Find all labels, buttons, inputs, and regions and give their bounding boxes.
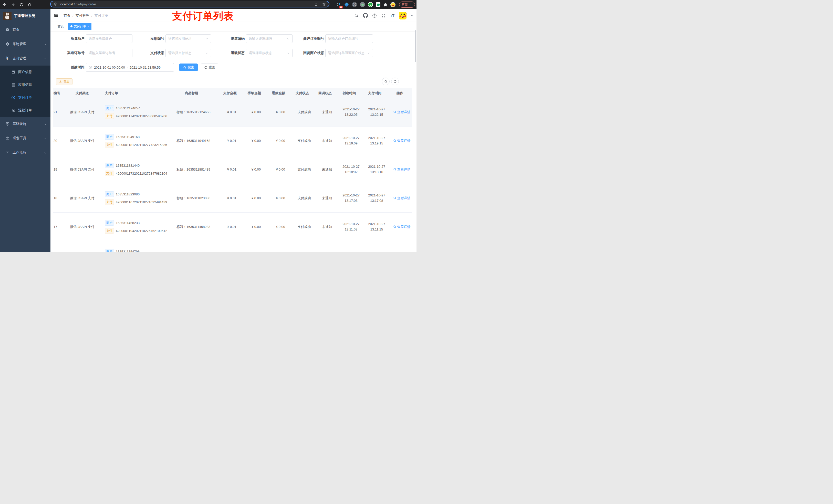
- dashboard-icon: [5, 28, 9, 32]
- merchant-select[interactable]: 请选择所属商户: [86, 34, 133, 43]
- toolbox-icon: [5, 136, 9, 140]
- chevron-down-icon: [44, 151, 47, 154]
- channel-order-no-input[interactable]: 请输入渠道订单号: [86, 49, 133, 57]
- app-logo: 芋道管理系统: [0, 9, 50, 23]
- tag-pay-order[interactable]: 支付订单 ×: [68, 23, 91, 30]
- sidebar-collapse-icon[interactable]: [54, 13, 58, 18]
- merchant-order-line: 商户 1635311949168: [105, 134, 167, 140]
- merchant-order-line: 商户 1635311881440: [105, 163, 167, 168]
- update-button[interactable]: 更新⋮: [399, 2, 415, 8]
- merchant-order-no-input[interactable]: 请输入商户订单编号: [325, 34, 373, 43]
- pay-tag: 支付: [105, 113, 114, 119]
- address-bar[interactable]: localhost:1024/pay/order: [50, 1, 329, 7]
- record-extension-icon[interactable]: [360, 2, 365, 7]
- create-time-range-input[interactable]: 2021-10-01 00:00:00 - 2021-10-31 23:59:5…: [86, 63, 174, 72]
- filter-label-notify-status: 回调商户状态: [289, 49, 324, 57]
- reset-button[interactable]: 重置: [201, 64, 218, 71]
- merchant-tag: 商户: [105, 105, 114, 111]
- user-avatar[interactable]: [399, 12, 406, 20]
- breadcrumb-home[interactable]: 首页: [64, 13, 70, 18]
- bookmark-star-icon[interactable]: [322, 2, 326, 6]
- reload-icon[interactable]: [20, 3, 23, 7]
- chevron-down-icon: [44, 43, 47, 46]
- merchant-tag: 商户: [105, 163, 114, 168]
- url-path: :1024/pay/order: [73, 2, 96, 6]
- notify-status-select[interactable]: 请选择订单回调商户状态: [325, 49, 373, 57]
- sidebar-item-system[interactable]: 系统管理: [0, 37, 50, 51]
- briefcase-icon: [5, 150, 9, 155]
- fullscreen-icon[interactable]: [381, 13, 386, 18]
- github-icon[interactable]: [363, 13, 368, 18]
- chevron-down-icon: [44, 123, 47, 125]
- command-extension-icon[interactable]: ⌘: [352, 2, 357, 7]
- pay-status-select[interactable]: 请选择支付状态: [165, 49, 211, 57]
- table-header: 编号 支付渠道 支付订单 商品标题 支付金额 手续金额 退款金额 支付状态 回调…: [53, 88, 412, 98]
- y-extension-icon[interactable]: y: [368, 2, 373, 7]
- merchant-tag: 商户: [105, 191, 114, 197]
- table-row: 商户 1635311354796 支付: [53, 241, 412, 252]
- table-row: 21 微信 JSAPI 支付 商户 1635312124657 支付 42000…: [53, 98, 412, 126]
- extension-grid-icon[interactable]: 10: [336, 2, 341, 7]
- tag-home[interactable]: 首页: [55, 23, 66, 30]
- sidebar-item-home[interactable]: 首页: [0, 23, 50, 37]
- breadcrumb-payment[interactable]: 支付管理: [76, 13, 89, 18]
- magnifier-icon: [393, 196, 397, 200]
- view-detail-link[interactable]: 查看详情: [389, 196, 414, 200]
- close-icon[interactable]: ×: [87, 25, 89, 28]
- app-select[interactable]: 请选择应用信息: [165, 34, 211, 43]
- sidebar-item-refund-order[interactable]: 退款订单: [0, 104, 50, 117]
- filter-label-refund-status: 退款状态: [215, 49, 245, 57]
- chevron-down-icon: [206, 38, 208, 40]
- payment-submenu: 商户信息 应用信息 支付订单 退款订单: [0, 66, 50, 117]
- export-button[interactable]: 导出: [56, 78, 72, 85]
- profile-avatar-icon[interactable]: [390, 2, 396, 7]
- view-detail-link[interactable]: 查看详情: [389, 110, 414, 115]
- chat-extension-icon[interactable]: [376, 2, 380, 7]
- sidebar-item-infra[interactable]: 基础设施: [0, 117, 50, 131]
- app-title: 芋道管理系统: [14, 14, 35, 18]
- filter-label-merchant: 所属商户: [52, 34, 85, 43]
- magnifier-icon: [393, 139, 397, 142]
- chevron-down-icon: [206, 52, 208, 54]
- sidebar-item-devtools[interactable]: 研发工具: [0, 131, 50, 145]
- pay-tag: 支付: [105, 199, 114, 205]
- merchant-order-line: 商户 1635311354796: [105, 249, 165, 252]
- puzzle-extensions-icon[interactable]: [383, 3, 387, 7]
- download-icon: [59, 80, 62, 83]
- refund-status-select[interactable]: 请选择退款状态: [246, 49, 292, 57]
- page-scrollbar-thumb[interactable]: [415, 30, 416, 62]
- pay-order-line: 支付 4200001167202110271022491439: [105, 199, 167, 205]
- view-detail-link[interactable]: 查看详情: [389, 224, 414, 229]
- yen-circle-icon: [11, 96, 15, 100]
- home-icon[interactable]: [28, 3, 32, 7]
- channel-code-select[interactable]: 请输入渠道编码: [246, 34, 292, 43]
- back-icon[interactable]: [3, 3, 7, 7]
- font-size-icon[interactable]: ᴛT: [390, 13, 395, 18]
- search-button[interactable]: 搜索: [179, 64, 198, 71]
- shop-icon: [11, 70, 15, 74]
- help-icon[interactable]: [372, 13, 377, 18]
- active-dot-icon: [70, 25, 72, 27]
- page-annotation-title: 支付订单列表: [172, 9, 234, 23]
- sidebar-item-payment[interactable]: ¥ 支付管理: [0, 51, 50, 66]
- forward-icon[interactable]: [11, 3, 15, 7]
- search-icon[interactable]: [354, 13, 359, 18]
- refresh-table-button[interactable]: [391, 78, 399, 85]
- sidebar-item-merchant-info[interactable]: 商户信息: [0, 66, 50, 78]
- filter-label-app: 应用编号: [135, 34, 164, 43]
- share-icon[interactable]: [314, 2, 318, 6]
- gem-extension-icon[interactable]: [344, 2, 349, 7]
- sidebar-item-pay-order[interactable]: 支付订单: [0, 91, 50, 104]
- sidebar-item-workflow[interactable]: 工作流程: [0, 145, 50, 160]
- view-detail-link[interactable]: 查看详情: [389, 139, 414, 143]
- show-search-toggle-button[interactable]: [382, 78, 389, 85]
- caret-down-icon[interactable]: [411, 15, 413, 17]
- extension-row: 10 ⌘ y 更新⋮: [336, 0, 415, 9]
- merchant-order-line: 商户 1635311468233: [105, 220, 167, 225]
- table-row: 17 微信 JSAPI 支付 商户 1635311468233 支付 42000…: [53, 213, 412, 241]
- monitor-icon: [5, 122, 9, 126]
- view-detail-link[interactable]: 查看详情: [389, 167, 414, 172]
- sidebar-item-app-info[interactable]: 应用信息: [0, 78, 50, 91]
- url-host: localhost: [60, 2, 73, 6]
- chevron-down-icon: [44, 137, 47, 140]
